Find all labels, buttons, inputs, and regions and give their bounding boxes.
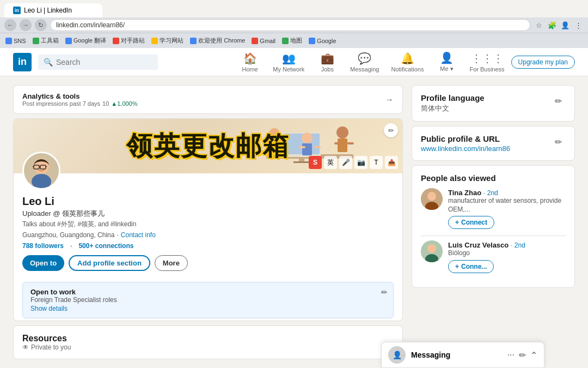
avatar-image [24,153,59,188]
connect-button-0[interactable]: + Connect [448,216,494,229]
analytics-title: Analytics & tools [22,92,138,100]
open-to-button[interactable]: Open to [22,255,64,271]
pav-name-0[interactable]: Tina Zhao [448,189,481,197]
menu-icon[interactable]: ⋮ [573,20,584,31]
browser-nav: ← → ↻ linkedin.com/in/learn86/ ☆ 🧩 👤 ⋮ [0,17,588,33]
profile-headline: Uploader @ 领英那些事儿 [22,209,394,219]
browser-chrome: in Leo Li | LinkedIn ← → ↻ linkedin.com/… [0,0,588,33]
bookmarks-bar: SNS 工具箱 Google 翻译 对手路站 学习网站 欢迎使用 Chrome … [0,33,588,48]
t-toolbar-icon[interactable]: T [370,156,383,169]
messaging-popup[interactable]: 👤 Messaging ··· ✏ ⌃ [381,342,544,368]
bookmark-tools[interactable]: 工具箱 [33,37,59,45]
resources-title: Resources [22,334,394,343]
profile-language-header: Profile language 简体中文 ✏ [421,93,566,113]
open-to-work-edit-button[interactable]: ✏ [381,288,388,297]
linkedin-logo[interactable]: in [13,53,32,71]
svg-rect-12 [347,142,354,144]
bookmark-sns-icon [5,38,12,44]
active-tab[interactable]: in Leo Li | LinkedIn [4,3,102,17]
nav-notifications-label: Notifications [391,66,424,73]
bookmark-competitor-label: 对手路站 [121,37,145,45]
contact-info-link[interactable]: Contact info [121,231,156,239]
bookmark-gmail[interactable]: Gmail [252,38,275,44]
bookmark-google[interactable]: Google [309,38,336,44]
svg-point-9 [336,126,348,138]
public-profile-url-link[interactable]: www.linkedin.com/in/learn86 [421,144,510,153]
nav-messaging-label: Messaging [350,66,379,73]
nav-jobs[interactable]: 💼 Jobs [311,52,344,73]
nav-me[interactable]: 👤 Me ▾ [430,51,463,73]
bookmark-competitor[interactable]: 对手路站 [113,37,145,45]
bookmark-study[interactable]: 学习网站 [151,37,183,45]
bookmark-study-label: 学习网站 [160,37,183,45]
banner-edit-button[interactable]: ✏ [384,123,398,137]
svg-rect-10 [338,138,347,152]
share-toolbar-icon[interactable]: 📤 [385,156,398,169]
profile-language-value: 简体中文 [421,104,485,113]
profile-icon[interactable]: 👤 [560,20,571,31]
nav-for-business[interactable]: ⋮⋮⋮ For Business [464,52,510,73]
me-icon: 👤 [440,51,454,64]
open-to-work-card: Open to work Foreign Trade Specialist ro… [22,282,394,318]
connections-count[interactable]: 500+ connections [78,242,133,250]
add-profile-section-button[interactable]: Add profile section [69,255,150,271]
messaging-expand-button[interactable]: ⌃ [530,350,537,360]
show-details-link[interactable]: Show details [30,305,68,312]
bookmark-sns[interactable]: SNS [5,38,26,44]
bookmark-tools-label: 工具箱 [41,37,59,45]
public-profile-edit-button[interactable]: ✏ [550,134,566,149]
nav-jobs-label: Jobs [321,66,334,73]
resources-card: Resources 👁 Private to you [13,325,403,359]
svg-rect-11 [334,142,341,144]
search-input[interactable] [56,58,143,67]
bookmark-translate[interactable]: Google 翻译 [65,37,107,45]
pav-avatar-0 [421,188,443,210]
upgrade-button[interactable]: Upgrade my plan [511,56,575,69]
profile-card-content: 领英更改邮箱 S 英 🎤 📷 T 📤 ✏ [14,119,402,318]
s-toolbar-icon[interactable]: S [309,156,322,169]
lang-toolbar-icon[interactable]: 英 [324,156,337,169]
bookmark-study-icon [151,38,158,44]
right-column: Profile language 简体中文 ✏ Public profile &… [412,85,575,359]
svg-point-29 [427,244,436,253]
nav-home-label: Home [242,66,258,73]
bookmark-icon[interactable]: ☆ [534,20,544,31]
public-profile-card: Public profile & URL www.linkedin.com/in… [412,126,575,161]
bookmark-google-label: Google [317,38,336,44]
nav-messaging[interactable]: 💬 Messaging [345,52,384,73]
nav-notifications[interactable]: 🔔 Notifications [385,52,429,73]
mic-toolbar-icon[interactable]: 🎤 [339,156,352,169]
forward-button[interactable]: → [20,19,32,31]
pav-name-1[interactable]: Luis Cruz Velasco [448,241,509,249]
back-button[interactable]: ← [4,19,16,31]
svg-rect-6 [302,143,312,155]
nav-network[interactable]: 👥 My Network [267,52,310,73]
messaging-icon: 💬 [358,52,371,65]
url-text: linkedin.com/in/learn86/ [56,21,125,29]
address-bar[interactable]: linkedin.com/in/learn86/ [50,19,530,31]
banner-overlay-text: 领英更改邮箱 [126,129,290,164]
messaging-compose-button[interactable]: ✏ [519,350,526,360]
browser-tabs: in Leo Li | LinkedIn [0,0,588,17]
reload-button[interactable]: ↻ [35,19,47,31]
bookmark-maps-icon [282,38,289,44]
cam-toolbar-icon[interactable]: 📷 [354,156,367,169]
bookmark-maps[interactable]: 地图 [282,37,302,45]
bookmark-chrome[interactable]: 欢迎使用 Chrome [190,37,245,45]
messaging-avatar: 👤 [388,346,406,364]
extension-icon[interactable]: 🧩 [547,20,558,31]
profile-avatar [22,152,60,190]
search-bar[interactable]: 🔍 [38,55,158,70]
profile-language-edit-button[interactable]: ✏ [550,93,566,108]
connect-icon-0: + [455,219,459,226]
messaging-more-button[interactable]: ··· [507,350,514,360]
main-content: Analytics & tools Post impressions past … [0,76,588,368]
nav-home[interactable]: 🏠 Home [234,52,266,73]
bookmark-maps-label: 地图 [290,37,302,45]
svg-rect-7 [299,146,305,148]
connect-button-1[interactable]: + Conne... [448,260,494,273]
more-button[interactable]: More [155,255,188,271]
analytics-arrow-icon[interactable]: → [385,95,394,105]
followers-count[interactable]: 788 followers [22,242,64,250]
svg-rect-8 [314,146,321,148]
